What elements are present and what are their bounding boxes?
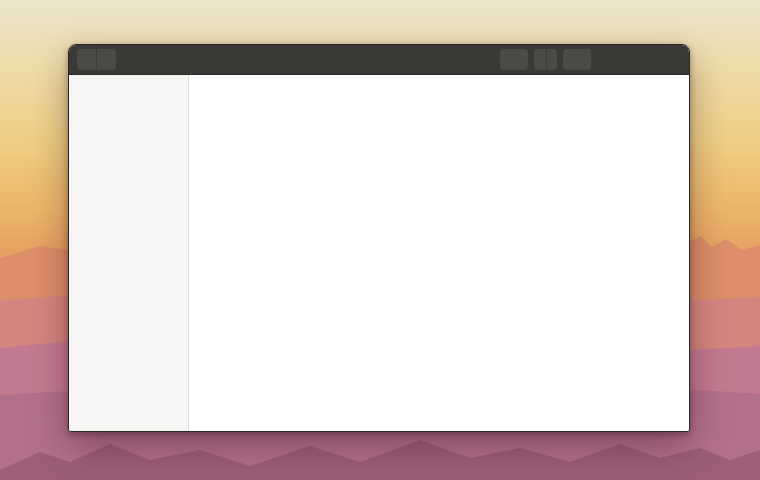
window-controls — [607, 52, 681, 68]
file-manager-window — [68, 44, 690, 432]
maximize-button[interactable] — [636, 52, 652, 68]
search-button[interactable] — [500, 49, 528, 70]
window-body — [69, 75, 689, 431]
menu-button[interactable] — [563, 49, 591, 70]
close-button[interactable] — [665, 52, 681, 68]
header-bar — [69, 45, 689, 75]
list-view-button[interactable] — [534, 49, 546, 70]
minimize-button[interactable] — [607, 52, 623, 68]
file-view — [189, 75, 689, 431]
forward-button[interactable] — [96, 49, 116, 70]
history-nav — [77, 49, 116, 70]
view-options-button[interactable] — [546, 49, 557, 70]
back-button[interactable] — [77, 49, 96, 70]
view-toggle — [534, 49, 557, 70]
sidebar — [69, 75, 189, 431]
